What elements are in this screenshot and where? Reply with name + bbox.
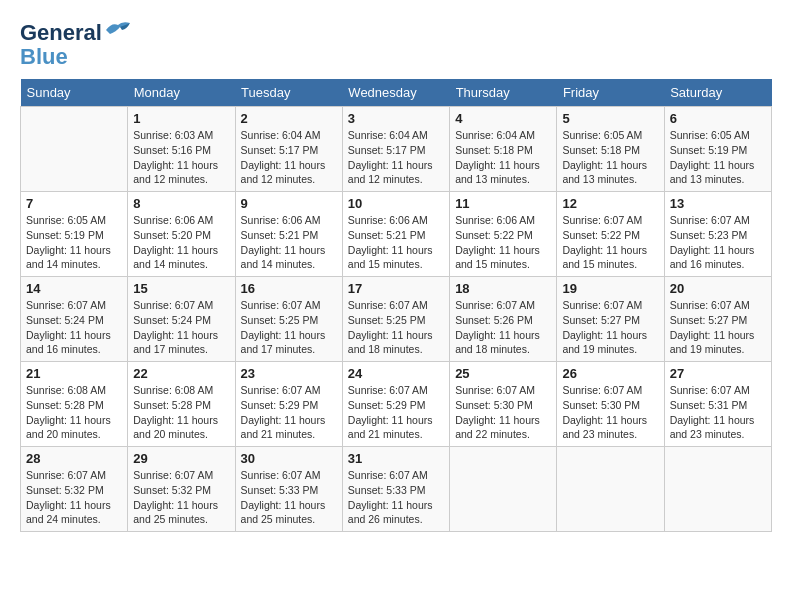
calendar-cell: 29Sunrise: 6:07 AMSunset: 5:32 PMDayligh… <box>128 447 235 532</box>
day-number: 14 <box>26 281 122 296</box>
calendar-cell: 25Sunrise: 6:07 AMSunset: 5:30 PMDayligh… <box>450 362 557 447</box>
calendar-week-row: 21Sunrise: 6:08 AMSunset: 5:28 PMDayligh… <box>21 362 772 447</box>
day-number: 29 <box>133 451 229 466</box>
day-number: 17 <box>348 281 444 296</box>
day-number: 3 <box>348 111 444 126</box>
day-info: Sunrise: 6:07 AMSunset: 5:23 PMDaylight:… <box>670 213 766 272</box>
calendar-cell: 15Sunrise: 6:07 AMSunset: 5:24 PMDayligh… <box>128 277 235 362</box>
calendar-cell: 30Sunrise: 6:07 AMSunset: 5:33 PMDayligh… <box>235 447 342 532</box>
calendar-cell: 18Sunrise: 6:07 AMSunset: 5:26 PMDayligh… <box>450 277 557 362</box>
day-info: Sunrise: 6:05 AMSunset: 5:18 PMDaylight:… <box>562 128 658 187</box>
day-info: Sunrise: 6:07 AMSunset: 5:26 PMDaylight:… <box>455 298 551 357</box>
calendar-cell: 8Sunrise: 6:06 AMSunset: 5:20 PMDaylight… <box>128 192 235 277</box>
day-number: 11 <box>455 196 551 211</box>
calendar-cell: 1Sunrise: 6:03 AMSunset: 5:16 PMDaylight… <box>128 107 235 192</box>
calendar-cell: 12Sunrise: 6:07 AMSunset: 5:22 PMDayligh… <box>557 192 664 277</box>
day-info: Sunrise: 6:04 AMSunset: 5:18 PMDaylight:… <box>455 128 551 187</box>
calendar-week-row: 14Sunrise: 6:07 AMSunset: 5:24 PMDayligh… <box>21 277 772 362</box>
day-info: Sunrise: 6:07 AMSunset: 5:32 PMDaylight:… <box>26 468 122 527</box>
day-number: 15 <box>133 281 229 296</box>
day-info: Sunrise: 6:06 AMSunset: 5:21 PMDaylight:… <box>241 213 337 272</box>
calendar-cell: 17Sunrise: 6:07 AMSunset: 5:25 PMDayligh… <box>342 277 449 362</box>
day-number: 7 <box>26 196 122 211</box>
day-info: Sunrise: 6:03 AMSunset: 5:16 PMDaylight:… <box>133 128 229 187</box>
day-number: 24 <box>348 366 444 381</box>
calendar-cell: 7Sunrise: 6:05 AMSunset: 5:19 PMDaylight… <box>21 192 128 277</box>
day-info: Sunrise: 6:07 AMSunset: 5:24 PMDaylight:… <box>133 298 229 357</box>
day-number: 5 <box>562 111 658 126</box>
calendar-cell: 27Sunrise: 6:07 AMSunset: 5:31 PMDayligh… <box>664 362 771 447</box>
day-number: 22 <box>133 366 229 381</box>
day-info: Sunrise: 6:07 AMSunset: 5:30 PMDaylight:… <box>562 383 658 442</box>
day-info: Sunrise: 6:07 AMSunset: 5:24 PMDaylight:… <box>26 298 122 357</box>
day-info: Sunrise: 6:07 AMSunset: 5:27 PMDaylight:… <box>562 298 658 357</box>
weekday-header-row: SundayMondayTuesdayWednesdayThursdayFrid… <box>21 79 772 107</box>
calendar-cell: 26Sunrise: 6:07 AMSunset: 5:30 PMDayligh… <box>557 362 664 447</box>
day-info: Sunrise: 6:07 AMSunset: 5:29 PMDaylight:… <box>241 383 337 442</box>
calendar-week-row: 1Sunrise: 6:03 AMSunset: 5:16 PMDaylight… <box>21 107 772 192</box>
day-number: 16 <box>241 281 337 296</box>
logo-text-blue: Blue <box>20 45 132 69</box>
calendar-cell: 13Sunrise: 6:07 AMSunset: 5:23 PMDayligh… <box>664 192 771 277</box>
calendar-cell: 23Sunrise: 6:07 AMSunset: 5:29 PMDayligh… <box>235 362 342 447</box>
calendar-week-row: 7Sunrise: 6:05 AMSunset: 5:19 PMDaylight… <box>21 192 772 277</box>
calendar-cell: 10Sunrise: 6:06 AMSunset: 5:21 PMDayligh… <box>342 192 449 277</box>
day-number: 10 <box>348 196 444 211</box>
weekday-header-wednesday: Wednesday <box>342 79 449 107</box>
day-info: Sunrise: 6:06 AMSunset: 5:21 PMDaylight:… <box>348 213 444 272</box>
day-info: Sunrise: 6:07 AMSunset: 5:32 PMDaylight:… <box>133 468 229 527</box>
day-number: 25 <box>455 366 551 381</box>
logo-bird-icon <box>104 20 132 40</box>
day-number: 23 <box>241 366 337 381</box>
day-number: 2 <box>241 111 337 126</box>
calendar-cell: 28Sunrise: 6:07 AMSunset: 5:32 PMDayligh… <box>21 447 128 532</box>
day-number: 4 <box>455 111 551 126</box>
day-number: 12 <box>562 196 658 211</box>
day-info: Sunrise: 6:06 AMSunset: 5:20 PMDaylight:… <box>133 213 229 272</box>
day-info: Sunrise: 6:07 AMSunset: 5:25 PMDaylight:… <box>241 298 337 357</box>
calendar-cell: 11Sunrise: 6:06 AMSunset: 5:22 PMDayligh… <box>450 192 557 277</box>
day-number: 9 <box>241 196 337 211</box>
day-number: 21 <box>26 366 122 381</box>
weekday-header-thursday: Thursday <box>450 79 557 107</box>
day-number: 13 <box>670 196 766 211</box>
calendar-table: SundayMondayTuesdayWednesdayThursdayFrid… <box>20 79 772 532</box>
day-info: Sunrise: 6:07 AMSunset: 5:25 PMDaylight:… <box>348 298 444 357</box>
logo-text: General <box>20 20 132 45</box>
day-info: Sunrise: 6:07 AMSunset: 5:31 PMDaylight:… <box>670 383 766 442</box>
day-number: 28 <box>26 451 122 466</box>
logo: General Blue <box>20 20 132 69</box>
calendar-cell: 9Sunrise: 6:06 AMSunset: 5:21 PMDaylight… <box>235 192 342 277</box>
calendar-cell <box>450 447 557 532</box>
day-info: Sunrise: 6:07 AMSunset: 5:22 PMDaylight:… <box>562 213 658 272</box>
weekday-header-saturday: Saturday <box>664 79 771 107</box>
calendar-week-row: 28Sunrise: 6:07 AMSunset: 5:32 PMDayligh… <box>21 447 772 532</box>
calendar-cell <box>21 107 128 192</box>
weekday-header-sunday: Sunday <box>21 79 128 107</box>
calendar-cell: 3Sunrise: 6:04 AMSunset: 5:17 PMDaylight… <box>342 107 449 192</box>
weekday-header-tuesday: Tuesday <box>235 79 342 107</box>
calendar-cell: 19Sunrise: 6:07 AMSunset: 5:27 PMDayligh… <box>557 277 664 362</box>
weekday-header-monday: Monday <box>128 79 235 107</box>
calendar-cell: 24Sunrise: 6:07 AMSunset: 5:29 PMDayligh… <box>342 362 449 447</box>
day-number: 6 <box>670 111 766 126</box>
day-info: Sunrise: 6:06 AMSunset: 5:22 PMDaylight:… <box>455 213 551 272</box>
page-header: General Blue <box>20 20 772 69</box>
day-number: 8 <box>133 196 229 211</box>
calendar-cell: 4Sunrise: 6:04 AMSunset: 5:18 PMDaylight… <box>450 107 557 192</box>
calendar-cell: 14Sunrise: 6:07 AMSunset: 5:24 PMDayligh… <box>21 277 128 362</box>
day-info: Sunrise: 6:07 AMSunset: 5:30 PMDaylight:… <box>455 383 551 442</box>
day-info: Sunrise: 6:08 AMSunset: 5:28 PMDaylight:… <box>26 383 122 442</box>
day-info: Sunrise: 6:07 AMSunset: 5:27 PMDaylight:… <box>670 298 766 357</box>
day-number: 19 <box>562 281 658 296</box>
calendar-cell: 20Sunrise: 6:07 AMSunset: 5:27 PMDayligh… <box>664 277 771 362</box>
day-number: 31 <box>348 451 444 466</box>
day-info: Sunrise: 6:05 AMSunset: 5:19 PMDaylight:… <box>670 128 766 187</box>
calendar-cell <box>557 447 664 532</box>
calendar-cell: 31Sunrise: 6:07 AMSunset: 5:33 PMDayligh… <box>342 447 449 532</box>
calendar-cell: 21Sunrise: 6:08 AMSunset: 5:28 PMDayligh… <box>21 362 128 447</box>
day-number: 1 <box>133 111 229 126</box>
day-number: 18 <box>455 281 551 296</box>
calendar-cell: 5Sunrise: 6:05 AMSunset: 5:18 PMDaylight… <box>557 107 664 192</box>
day-number: 30 <box>241 451 337 466</box>
